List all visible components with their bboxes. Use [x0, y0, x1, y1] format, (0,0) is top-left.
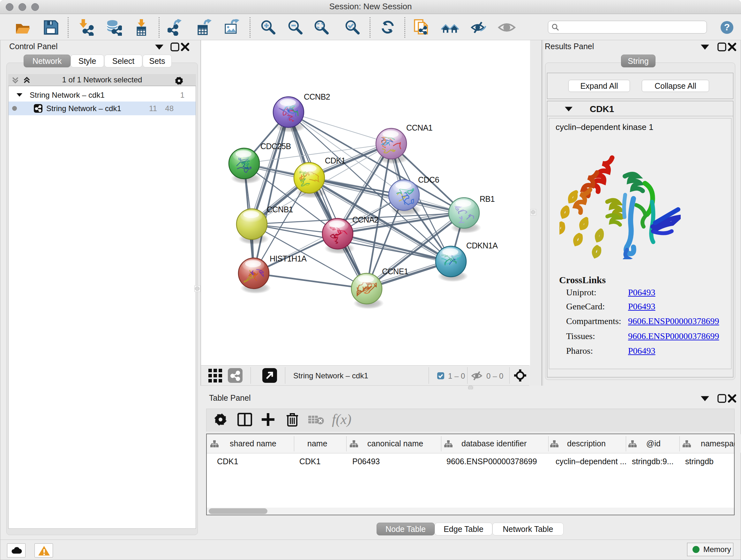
svg-text:RB1: RB1: [480, 194, 495, 203]
svg-text:CDC25B: CDC25B: [260, 142, 291, 151]
svg-text:CCNA1: CCNA1: [406, 123, 432, 132]
svg-text:CCNA2: CCNA2: [352, 215, 379, 224]
svg-text:CDC6: CDC6: [418, 175, 439, 184]
svg-text:CDK1: CDK1: [325, 156, 346, 165]
svg-text:CCNB1: CCNB1: [267, 205, 293, 214]
svg-text:HIST1H1A: HIST1H1A: [270, 254, 307, 263]
svg-text:CCNB2: CCNB2: [304, 92, 330, 101]
svg-text:?: ?: [724, 22, 730, 32]
svg-text:CCNE1: CCNE1: [382, 267, 408, 276]
svg-text:CDKN1A: CDKN1A: [466, 241, 498, 250]
